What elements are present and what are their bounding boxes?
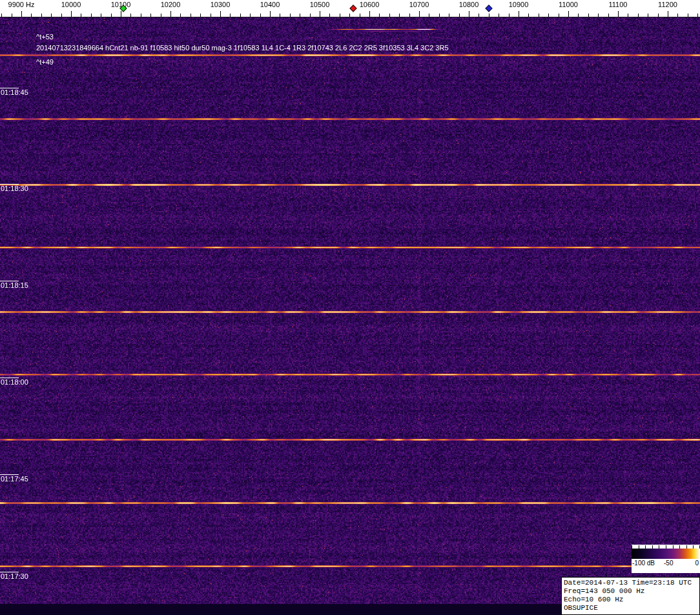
time-offset-label-53: ^t+53 [36,33,54,41]
marker-red-diamond[interactable] [350,5,357,12]
marker-blue-diamond[interactable] [485,5,492,12]
ruler-tick [628,14,628,17]
ruler-tick [399,14,400,17]
ruler-tick [280,14,280,17]
color-scale-legend: -100 dB -50 0 [632,545,700,573]
spectrogram-app: 9900 Hz100001010010200103001040010500106… [0,0,700,615]
colorbar-ticks [632,545,700,549]
time-label-text: 01:17:45 [0,475,28,483]
ruler-tick [31,14,32,17]
ruler-tick [211,14,211,17]
time-label-text: 01:17:30 [0,572,28,580]
ruler-tick [559,14,559,17]
ruler-tick [618,11,619,17]
ruler-tick [648,14,648,17]
ruler-tick [379,14,380,17]
time-label: 01:18:45 [0,88,28,96]
ruler-tick [150,14,151,17]
ruler-tick [101,14,101,17]
ruler-tick [677,14,678,17]
time-label-text: 01:18:15 [0,281,28,289]
ruler-tick [349,14,350,17]
ruler-label: 11200 [658,1,677,8]
ruler-tick [141,14,141,17]
ruler-tick [598,14,599,17]
ruler-tick [230,14,231,17]
ruler-tick [250,14,251,17]
ruler-tick [469,11,469,17]
ruler-label: 10000 [61,1,81,8]
time-label: 01:18:15 [0,281,28,289]
frequency-ruler[interactable]: 9900 Hz100001010010200103001040010500106… [0,0,700,17]
ruler-label: 10800 [459,1,479,8]
ruler-tick [489,14,489,17]
ruler-tick [429,14,429,17]
time-label-text: 01:18:45 [0,88,28,96]
time-label: 01:18:00 [0,378,28,386]
ruler-label: 10900 [509,1,529,8]
ruler-tick [439,14,440,17]
ruler-tick [41,14,42,17]
ruler-tick [409,14,410,17]
ruler-tick [21,11,22,17]
ruler-label: 9900 Hz [8,1,35,8]
colorbar-max-label: 0 [695,560,699,567]
ruler-tick [389,14,390,17]
ruler-tick [419,11,420,17]
ruler-label: 10200 [161,1,181,8]
info-frequency: Freq=143 050 000 Hz [564,587,697,596]
ruler-tick [499,14,499,17]
ruler-tick [220,11,221,17]
ruler-tick [91,14,92,17]
colorbar-mid-label: -50 [664,560,673,567]
info-station-name: OBSUPICE [564,604,697,612]
ruler-tick [588,14,589,17]
ruler-tick [51,14,52,17]
ruler-tick [240,14,241,17]
ruler-tick [449,14,449,17]
ruler-label: 10300 [211,1,231,8]
colorbar-min-label: -100 dB [632,560,655,567]
ruler-tick [539,14,539,17]
ruler-label: 10700 [409,1,429,8]
ruler-tick [340,14,340,17]
ruler-tick [61,14,62,17]
ruler-label: 10500 [310,1,330,8]
spectrogram-waterfall[interactable] [0,17,700,615]
ruler-tick [369,11,370,17]
ruler-tick [638,14,639,17]
time-label-text: 01:18:30 [0,185,28,192]
ruler-tick [290,14,291,17]
ruler-tick [71,11,72,17]
ruler-tick [578,14,579,17]
ruler-tick [608,14,609,17]
ruler-tick [111,14,112,17]
detection-log-text: 20140713231849664 hCnt21 nb-91 f10583 hi… [36,44,449,52]
ruler-tick [270,11,271,17]
ruler-tick [161,14,161,17]
time-offset-label-49: ^t+49 [36,58,54,66]
colorbar-labels: -100 dB -50 0 [632,559,700,568]
ruler-label: 10400 [260,1,280,8]
ruler-tick [360,14,360,17]
time-label: 01:18:30 [0,184,28,192]
ruler-tick [12,14,12,17]
ruler-tick [180,14,181,17]
ruler-tick [668,11,668,17]
ruler-label: 11000 [559,1,578,8]
ruler-tick [300,14,300,17]
ruler-tick [170,11,171,17]
ruler-tick [568,11,569,17]
ruler-tick [130,14,131,17]
ruler-tick [121,11,121,17]
observation-info-box: Date=2014-07-13 Time=23:18 UTC Freq=143 … [561,577,700,615]
ruler-tick [329,14,330,17]
info-echo-frequency: Echo=10 600 Hz [564,596,697,604]
ruler-label: 11100 [609,1,628,8]
ruler-tick [260,14,261,17]
ruler-tick [200,14,201,17]
ruler-tick [81,14,81,17]
info-date-time: Date=2014-07-13 Time=23:18 UTC [564,579,697,587]
time-label-text: 01:18:00 [0,378,28,386]
ruler-tick [479,14,479,17]
